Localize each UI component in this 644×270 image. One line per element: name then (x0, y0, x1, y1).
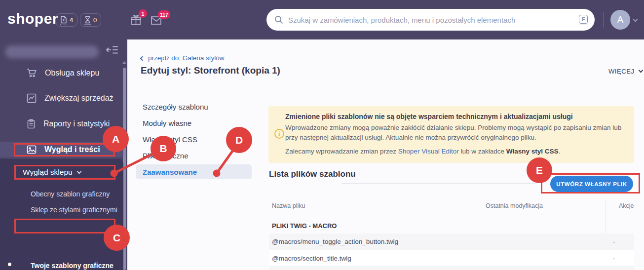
file-name: @macros/section_title.twig (272, 255, 351, 262)
info-icon: i (274, 129, 284, 139)
rec-prefix: Zalecamy wprowadzanie zmian przez (285, 148, 398, 155)
chevron-left-icon (140, 56, 145, 61)
rec-suffix: . (559, 148, 561, 155)
rec-middle: lub w zakładce (459, 148, 506, 155)
topbar-divider (603, 12, 604, 28)
file-modified: - (613, 255, 615, 262)
sidebar-item-obsluga-sklepu[interactable]: Obsługa sklepu (0, 65, 123, 81)
search-input[interactable] (288, 16, 579, 24)
shoper-logo: shoper (7, 10, 58, 27)
shortcut-hint: F (579, 15, 588, 25)
sidebar-item-zwiekszaj-sprzedaz[interactable]: Zwiększaj sprzedaż (0, 90, 123, 107)
create-own-file-button[interactable]: UTWÓRZ WŁASNY PLIK (550, 176, 633, 192)
search-icon (274, 15, 283, 24)
warning-body: Wprowadzone zmiany mogą poważnie zakłóci… (285, 123, 631, 143)
breadcrumb-label: przejdź do: Galeria stylów (148, 54, 225, 62)
table-header-border (269, 214, 634, 214)
table-row: @macros/menu_toggle_action_button.twig -… (269, 233, 634, 250)
pending-counter[interactable]: 0 (80, 13, 101, 27)
sidebar: Obsługa sklepu Zwiększaj sprzedaż Raport… (0, 39, 127, 270)
active-page-dot (8, 263, 11, 266)
warning-banner: i Zmienione pliki szablonów nie są objęt… (268, 106, 634, 163)
topbar: shoper 4 0 1 117 (0, 0, 644, 39)
shoper-visual-editor-link[interactable]: Shoper Visual Editor (398, 148, 459, 155)
warning-recommendation: Zalecamy wprowadzanie zmian przez Shoper… (285, 148, 631, 155)
clipboard-icon (27, 119, 36, 129)
breadcrumb[interactable]: przejdź do: Galeria stylów (141, 54, 225, 62)
submenu-item-twoje-szablony[interactable]: Twoje szablony graficzne (31, 262, 114, 270)
main-content: przejdź do: Galeria stylów Edytuj styl: … (127, 39, 644, 270)
chevron-down-icon (76, 169, 81, 174)
sidebar-item-label: Raporty i statystyki (43, 119, 110, 128)
chevron-down-icon (638, 68, 643, 73)
tab-zaawansowane[interactable]: Zaawansowane (143, 168, 197, 176)
global-search: F (266, 9, 595, 31)
submenu-wyglad-sklepu[interactable]: Wygląd sklepu (23, 168, 81, 177)
warning-title: Zmienione pliki szablonów nie są objęte … (285, 113, 573, 120)
file-modified: - (613, 238, 615, 245)
mail-badge: 117 (158, 10, 170, 19)
more-button[interactable]: WIĘCEJ (608, 68, 643, 75)
sidebar-item-label: Wygląd i treści (44, 145, 100, 154)
image-icon (27, 145, 37, 154)
chart-icon (27, 93, 37, 103)
new-orders-counter[interactable]: 4 (56, 13, 77, 27)
collapse-sidebar-icon[interactable] (106, 45, 118, 55)
file-group-header: PLIKI TWIG - MACRO (272, 222, 337, 230)
f-key-icon: F (579, 15, 588, 24)
page-title: Edytuj styl: Storefront (kopia 1) (141, 65, 280, 76)
column-header-nazwa-pliku: Nazwa pliku (272, 202, 305, 209)
submenu-section-label: Wygląd sklepu (23, 168, 73, 177)
table-row-partial (269, 267, 634, 270)
hourglass-icon (84, 16, 91, 25)
sidebar-item-label: Zwiększaj sprzedaż (44, 94, 114, 103)
new-orders-count: 4 (70, 16, 73, 24)
tab-wlasny-styl-css[interactable]: Własny styl CSS (143, 135, 197, 144)
gift-badge: 1 (139, 9, 147, 18)
tab-szczegoly-szablonu[interactable]: Szczegóły szablonu (143, 103, 208, 111)
more-label: WIĘCEJ (608, 68, 635, 75)
sidebar-item-raporty[interactable]: Raporty i statystyki (0, 116, 123, 132)
submenu-item-obecny-szablon[interactable]: Obecny szablon graficzny (31, 190, 110, 198)
store-name-redacted (5, 45, 99, 58)
table-row: @macros/section_title.twig - ⚙ (269, 250, 634, 267)
tab-moduly-wlasne[interactable]: Moduły własne (143, 119, 191, 127)
file-name: @macros/menu_toggle_action_button.twig (272, 238, 398, 245)
sidebar-item-label: Obsługa sklepu (45, 69, 99, 77)
cart-icon (27, 68, 37, 78)
scrollbar-up-arrow[interactable] (122, 61, 126, 64)
tab-pliki-graficzne[interactable]: Pliki graficzne (143, 152, 189, 160)
avatar[interactable]: A (610, 10, 630, 30)
document-add-icon (60, 16, 67, 25)
rec-bold: Własny styl CSS (506, 148, 559, 155)
column-header-akcje: Akcje (619, 202, 634, 209)
sidebar-submenu: Wygląd sklepu Obecny szablon graficzny S… (0, 159, 123, 270)
files-list-heading: Lista plików szablonu (269, 169, 356, 179)
chevron-down-icon[interactable] (633, 17, 638, 22)
sidebar-item-wyglad-i-tresci[interactable]: Wygląd i treści (0, 142, 123, 157)
heading-divider (341, 183, 535, 184)
submenu-item-sklep-ze-stylami[interactable]: Sklep ze stylami graficznymi (31, 206, 117, 214)
column-header-ostatnia-modyfikacja: Ostatnia modyfikacja (486, 202, 543, 209)
pending-count: 0 (93, 16, 97, 24)
